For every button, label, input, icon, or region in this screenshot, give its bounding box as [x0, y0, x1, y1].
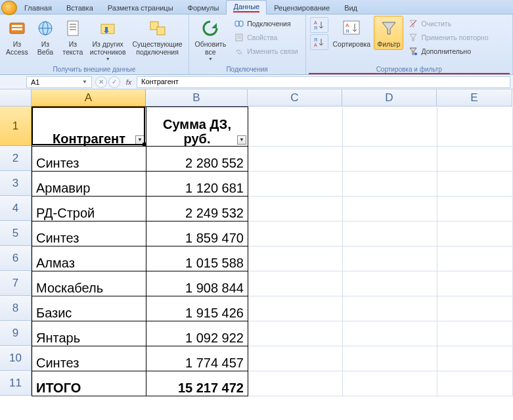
row-header-3[interactable]: 3	[0, 171, 32, 196]
cell-4-A[interactable]: РД-Строй	[32, 197, 146, 222]
existing-connections-button[interactable]: Существующие подключения	[129, 16, 186, 58]
cell-4-C[interactable]	[248, 197, 343, 222]
cell-2-B[interactable]: 2 280 552	[146, 147, 248, 172]
cell-9-D[interactable]	[343, 321, 437, 346]
cell-5-B[interactable]: 1 859 470	[146, 222, 248, 246]
cell-10-E[interactable]	[437, 346, 513, 371]
cell-8-D[interactable]	[343, 296, 437, 321]
cell-2-D[interactable]	[343, 147, 437, 172]
from-text-button[interactable]: Из текста	[59, 16, 87, 58]
tab-1[interactable]: Вставка	[59, 1, 100, 14]
tab-4[interactable]: Данные	[226, 0, 267, 14]
filter-dropdown-a[interactable]: ▼	[135, 135, 145, 145]
header-cell-contragent[interactable]: Контрагент▼	[32, 107, 146, 147]
cell-2-C[interactable]	[248, 147, 343, 172]
accept-fn-button[interactable]: ✓	[108, 76, 120, 88]
formula-input[interactable]: Контрагент	[137, 76, 510, 88]
connections-button[interactable]: Подключения	[231, 17, 301, 30]
office-button[interactable]	[1, 1, 17, 15]
cell-5-A[interactable]: Синтез	[32, 222, 146, 246]
cell-3-A[interactable]: Армавир	[32, 172, 146, 197]
cell-3-E[interactable]	[437, 172, 513, 197]
cell-1-C[interactable]	[248, 107, 343, 147]
cell-4-B[interactable]: 2 249 532	[146, 197, 248, 222]
sort-asc-button[interactable]: АЯ	[310, 17, 328, 33]
edit-links-button[interactable]: Изменить связи	[231, 45, 301, 58]
from-access-button[interactable]: Из Access	[3, 16, 32, 58]
cell-8-A[interactable]: Базис	[32, 296, 146, 321]
cell-8-B[interactable]: 1 915 426	[146, 296, 248, 321]
select-all-button[interactable]	[0, 89, 32, 106]
cell-7-D[interactable]	[343, 271, 437, 296]
cell-total-E[interactable]	[437, 371, 513, 396]
cell-7-B[interactable]: 1 908 844	[146, 271, 248, 296]
cell-10-C[interactable]	[248, 346, 343, 371]
cell-2-A[interactable]: Синтез	[32, 147, 146, 172]
col-header-C[interactable]: C	[248, 89, 342, 106]
row-header-9[interactable]: 9	[0, 321, 32, 346]
sort-desc-button[interactable]: ЯА	[310, 34, 328, 50]
clear-filter-button[interactable]: Очистить	[405, 17, 491, 30]
tab-2[interactable]: Разметка страницы	[100, 1, 181, 14]
cell-7-C[interactable]	[248, 271, 343, 296]
filter-button[interactable]: Фильтр	[374, 16, 403, 50]
cell-10-D[interactable]	[343, 346, 437, 371]
col-header-B[interactable]: B	[146, 89, 248, 106]
cell-10-B[interactable]: 1 774 457	[146, 346, 248, 371]
col-header-E[interactable]: E	[437, 89, 512, 106]
cell-3-C[interactable]	[248, 172, 343, 197]
cell-1-E[interactable]	[437, 107, 513, 147]
cell-total-A[interactable]: ИТОГО	[32, 371, 146, 396]
header-cell-sum[interactable]: Сумма ДЗ, руб.▼	[146, 107, 248, 147]
cell-10-A[interactable]: Синтез	[32, 346, 146, 371]
cell-4-D[interactable]	[343, 197, 437, 222]
from-web-button[interactable]: Из Веба	[32, 16, 59, 58]
cell-total-C[interactable]	[248, 371, 343, 396]
cell-7-E[interactable]	[437, 271, 513, 296]
from-other-sources-button[interactable]: Из других источников ▼	[87, 16, 129, 63]
cell-3-D[interactable]	[343, 172, 437, 197]
row-header-11[interactable]: 11	[0, 371, 32, 396]
row-header-8[interactable]: 8	[0, 296, 32, 321]
cancel-fn-button[interactable]: ✕	[95, 76, 107, 88]
fx-button[interactable]: fx	[121, 78, 137, 86]
cell-6-A[interactable]: Алмаз	[32, 246, 146, 271]
cell-2-E[interactable]	[437, 147, 513, 172]
reapply-button[interactable]: Применить повторно	[405, 31, 491, 44]
cell-5-C[interactable]	[248, 222, 343, 246]
row-header-6[interactable]: 6	[0, 246, 32, 271]
sort-button[interactable]: АЯ Сортировка	[330, 16, 374, 50]
row-header-10[interactable]: 10	[0, 346, 32, 371]
cell-9-E[interactable]	[437, 321, 513, 346]
row-header-2[interactable]: 2	[0, 146, 32, 171]
cell-7-A[interactable]: Москабель	[32, 271, 146, 296]
row-header-7[interactable]: 7	[0, 271, 32, 296]
cell-6-C[interactable]	[248, 246, 343, 271]
cell-3-B[interactable]: 1 120 681	[146, 172, 248, 197]
cell-1-D[interactable]	[343, 107, 437, 147]
cell-8-E[interactable]	[437, 296, 513, 321]
row-header-5[interactable]: 5	[0, 221, 32, 246]
col-header-D[interactable]: D	[342, 89, 437, 106]
cell-total-D[interactable]	[343, 371, 437, 396]
tab-3[interactable]: Формулы	[181, 1, 227, 14]
tab-5[interactable]: Рецензирование	[267, 1, 337, 14]
col-header-A[interactable]: A	[32, 89, 146, 106]
cell-9-A[interactable]: Янтарь	[32, 321, 146, 346]
cell-9-C[interactable]	[248, 321, 343, 346]
cell-6-B[interactable]: 1 015 588	[146, 246, 248, 271]
tab-0[interactable]: Главная	[17, 1, 59, 14]
filter-dropdown-b[interactable]: ▼	[237, 135, 246, 145]
properties-button[interactable]: Свойства	[231, 31, 301, 44]
row-header-1[interactable]: 1	[0, 106, 32, 146]
cell-8-C[interactable]	[248, 296, 343, 321]
cell-total-B[interactable]: 15 217 472	[146, 371, 248, 396]
refresh-all-button[interactable]: Обновить все ▼	[192, 16, 230, 63]
cell-6-D[interactable]	[343, 246, 437, 271]
tab-6[interactable]: Вид	[337, 1, 365, 14]
cell-9-B[interactable]: 1 092 922	[146, 321, 248, 346]
advanced-filter-button[interactable]: Дополнительно	[405, 45, 491, 58]
cell-5-D[interactable]	[343, 222, 437, 246]
cell-6-E[interactable]	[437, 246, 513, 271]
row-header-4[interactable]: 4	[0, 196, 32, 221]
